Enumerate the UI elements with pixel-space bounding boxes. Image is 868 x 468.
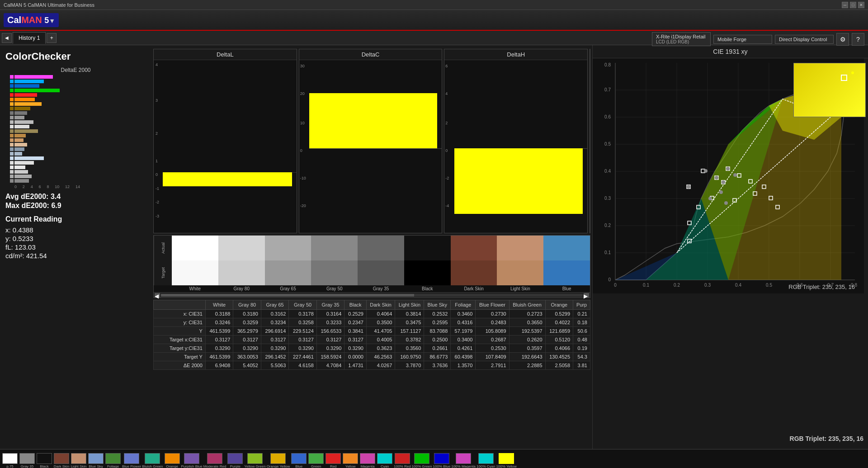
swatch-gray35-actual [358,236,404,260]
bar-row-8 [10,107,146,110]
table-cell: 50.6 [573,327,590,336]
table-cell: 0.3290 [344,344,367,353]
table-cell: 363.0053 [233,353,261,361]
col-gray50: Gray 50 [289,300,316,310]
row-label-cell: Target Y [154,353,206,361]
strip-item[interactable]: Dark Skin [53,453,70,468]
table-cell: 6.9408 [205,361,233,370]
settings-icon[interactable]: ⚙ [836,33,849,46]
strip-label: Cyan [381,464,389,468]
strip-item[interactable]: Magenta [359,453,376,468]
strip-item[interactable]: Cyan [377,453,393,468]
bar-row-18 [10,152,146,156]
bar-row-12 [10,125,146,128]
reading-x: x: 0.4388 [5,226,146,234]
table-cell: 0.2483 [476,318,509,327]
nav-prev-icon[interactable]: ◀ [2,33,12,43]
bar-row-22 [10,170,146,174]
strip-item[interactable]: Yellow Green [244,453,265,468]
strip-item[interactable]: Blue Sky [88,453,104,468]
swatch-lightskin-actual [497,236,543,260]
deltaH-bar [454,148,583,214]
strip-item[interactable]: 100% Cyan [476,453,495,468]
strip-swatch [184,453,199,464]
table-cell: 3.7636 [424,361,451,370]
strip-item[interactable]: Orange Yellow [267,453,290,468]
strip-item[interactable]: Yellow [342,453,359,468]
label-white: White [172,285,218,292]
strip-item[interactable]: Blue [291,453,307,468]
strip-item[interactable]: Purplish Blue [181,453,203,468]
strip-item[interactable]: Gray 35 [19,453,35,468]
svg-point-62 [722,180,725,184]
direct-control-selector[interactable]: Direct Display Control [775,35,834,44]
table-cell: 0.3127 [316,336,344,344]
display-name: X-Rite i1Display Retail [656,34,707,39]
scroll-right[interactable]: ▶ [584,293,589,298]
strip-item[interactable]: 100% Magenta [451,453,476,468]
tab-bar: ◀ History 1 + X-Rite i1Display Retail LC… [0,31,868,45]
swatch-darkskin-actual [451,236,497,260]
strip-item[interactable]: Light Skin [71,453,87,468]
target-marker [841,75,847,81]
table-cell: 0.3127 [344,336,367,344]
svg-text:0.2: 0.2 [604,223,611,228]
swatch-white-target [172,260,218,285]
table-cell: 121.6859 [545,327,573,336]
target-swatches [172,260,590,285]
strip-item[interactable]: Red [325,453,341,468]
strip-item[interactable]: 100% Green [412,453,432,468]
swatch-gray65-target [265,260,311,285]
table-cell: 0.2620 [509,336,545,344]
table-cell: 60.4398 [451,353,476,361]
strip-item[interactable]: Blue Flower [122,453,141,468]
measured-point [851,71,854,74]
strip-item[interactable]: 100% Yellow [496,453,516,468]
strip-item[interactable]: Bluish Green [142,453,163,468]
table-cell: 157.1127 [395,327,424,336]
bar-row-7 [10,102,146,106]
bar-row-21 [10,165,146,169]
strip-item[interactable]: 100% Blue [433,453,451,468]
col-black: Black [344,300,367,310]
reading-y: y: 0.5233 [5,235,146,242]
label-gray35: Gray 35 [358,285,404,292]
swatch-scrollbar[interactable]: ◀ ▶ [154,292,590,298]
label-lightskin: Light Skin [497,285,543,292]
strip-item[interactable]: Purple [227,453,243,468]
bottom-strip: p.75Gray 35BlackDark SkinLight SkinBlue … [0,449,868,468]
table-cell: 0.4005 [366,336,395,344]
col-white: White [205,300,233,310]
strip-item[interactable]: Green [308,453,324,468]
minimize-button[interactable]: ─ [842,2,848,8]
strip-item[interactable]: Foliage [105,453,121,468]
table-row: Target x:CIE310.31270.31270.31270.31270.… [154,336,590,344]
svg-point-58 [704,169,708,173]
scroll-left[interactable]: ◀ [155,293,160,298]
strip-item[interactable]: Moderate Red [203,453,226,468]
tab-add-button[interactable]: + [47,33,57,43]
table-cell: 0.4261 [451,344,476,353]
bar-row-2 [10,80,146,83]
strip-item[interactable]: p.75 [2,453,18,468]
data-table-container[interactable]: White Gray 80 Gray 65 Gray 50 Gray 35 Bl… [153,300,590,447]
label-gray80: Gray 80 [218,285,265,292]
strip-item[interactable]: Orange [164,453,180,468]
help-icon[interactable]: ? [852,33,864,46]
strip-label: 100% Yellow [496,464,516,468]
forge-selector[interactable]: Mobile Forge [713,35,772,44]
app-logo[interactable]: CalMAN 5▼ [4,13,59,27]
strip-label: Gray 35 [21,464,33,468]
maximize-button[interactable]: □ [850,2,856,8]
stats-area: Avg dE2000: 3.4 Max dE2000: 6.9 [5,193,146,210]
strip-item[interactable]: Black [36,453,52,468]
tab-history1[interactable]: History 1 [13,32,46,44]
display-selector[interactable]: X-Rite i1Display Retail LCD (LED RGB) [652,32,711,46]
swatch-gray35-target [358,260,404,285]
bar-row-11 [10,120,146,124]
strip-item[interactable]: 100% Red [394,453,410,468]
strip-label: 100% Magenta [451,464,476,468]
table-cell: 461.5399 [205,353,233,361]
close-button[interactable]: ✕ [858,2,864,8]
svg-text:0.2: 0.2 [674,283,680,288]
